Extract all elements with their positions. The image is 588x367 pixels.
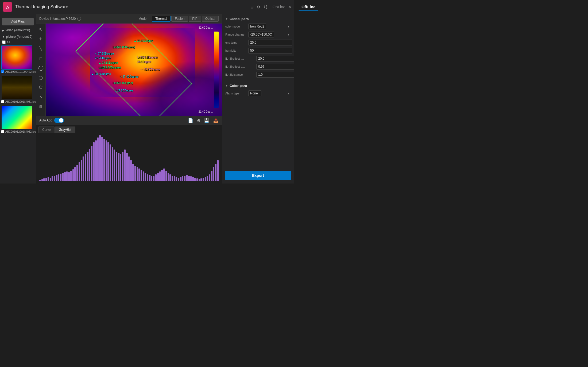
histogram-bar: [85, 154, 86, 181]
humidity-unit: %: [294, 49, 294, 52]
histogram-bar: [99, 135, 101, 181]
histogram-bar: [97, 137, 99, 181]
histogram-bar: [138, 169, 140, 181]
global-para-title: Global para: [230, 17, 249, 21]
hist-tab-curve[interactable]: Curve: [38, 127, 55, 133]
distance-input[interactable]: [256, 72, 294, 78]
histogram-bar: [72, 169, 74, 181]
thermal-canvas: ▲ 29.4CDegree Ln0(28.4CDegree) ▽ 27.5CDe…: [46, 24, 222, 116]
tool-delete[interactable]: 🗑: [37, 103, 45, 110]
annotation-1: ▽ 27.5CDegree: [95, 52, 114, 55]
histogram-bar: [54, 176, 55, 181]
tab-online[interactable]: OnLine: [270, 3, 288, 11]
histogram-bar: [81, 160, 82, 181]
histogram-bar: [87, 152, 88, 181]
list-item[interactable]: ABC19700101000422.jpeg: [1, 45, 35, 74]
list-item[interactable]: ABC20191229184952.jpeg: [1, 105, 35, 134]
histogram-bar: [122, 152, 123, 181]
tree-label-video: video (Amount:0): [6, 28, 30, 32]
select-all-checkbox[interactable]: [2, 40, 6, 44]
tool-polygon[interactable]: ⬠: [37, 83, 45, 91]
histogram-bar: [153, 176, 154, 181]
select-all-label: All: [7, 41, 10, 44]
toolbar-icon-grid[interactable]: ⊞: [250, 5, 254, 9]
auto-agc-label: Auto Agc: [39, 118, 52, 122]
mode-btn-pip[interactable]: PIP: [189, 16, 201, 22]
histogram-bar: [91, 146, 92, 181]
alarm-type-select[interactable]: None Above Below: [248, 90, 261, 96]
sidebar-item-video[interactable]: ▶ video (Amount:0): [0, 27, 36, 33]
histogram-bar: [76, 165, 78, 181]
histogram-tabs: Curve GrayHist: [36, 125, 222, 133]
param-humidity: humidity %: [222, 47, 294, 55]
file-checkbox-1: ABC19700101000422.jpeg: [1, 70, 35, 74]
histogram-bar: [159, 171, 161, 181]
tool-circle-small[interactable]: ◯: [37, 74, 45, 81]
section-divider: [222, 80, 294, 80]
histogram-bar: [192, 177, 194, 181]
image-bottom-bar: Auto Agc 📄 ⊕ 💾 📤: [36, 116, 222, 125]
list-item[interactable]: ABC20191229184951.jpeg: [1, 75, 35, 104]
tool-circle-large[interactable]: ◯: [37, 64, 45, 72]
annotation-7: ▽ 27.4CDegree: [120, 75, 138, 78]
humidity-input[interactable]: [248, 48, 292, 53]
toolbar-icon-settings[interactable]: ⚙: [257, 5, 260, 9]
color-para-arrow[interactable]: ▼: [225, 84, 228, 87]
param-label-reflect-t: [Ln3]reflect t...: [225, 57, 255, 60]
annotation-3: ▲ 29.1CDegree: [99, 61, 118, 64]
histogram-bar: [43, 178, 45, 181]
toolbar-icon-share[interactable]: ⛓: [264, 5, 267, 9]
tool-rectangle[interactable]: □: [37, 55, 45, 62]
mode-btn-thermal[interactable]: Thermal: [152, 16, 171, 22]
file-check-2[interactable]: [1, 100, 4, 103]
export-button[interactable]: Export: [225, 171, 291, 180]
env-temp-unit: D: [294, 41, 294, 44]
hist-tab-grayhist[interactable]: GrayHist: [55, 127, 75, 133]
info-icon[interactable]: i: [77, 17, 81, 21]
file-thumb-2: [1, 75, 32, 100]
action-target[interactable]: ⊕: [197, 118, 200, 123]
tool-sidebar: ↖ ✛ ╲ □ ◯ ◯ ⬠ ↖̵ 🗑: [36, 24, 46, 116]
annotation-2: 27.7CDegree: [95, 57, 111, 60]
histogram-bar: [199, 179, 200, 181]
histogram-bar: [107, 142, 109, 181]
reflect-t-input[interactable]: [256, 56, 294, 62]
histogram-bar: [211, 171, 212, 181]
histogram-chart: [36, 133, 222, 184]
action-export[interactable]: 📤: [213, 118, 219, 123]
histogram-bar: [209, 174, 210, 181]
range-change-select[interactable]: -20.0C~150.0C 0C~100C: [248, 32, 274, 37]
histogram-bar: [126, 153, 128, 181]
histogram-bar: [70, 171, 72, 181]
param-label-humidity: humidity: [225, 49, 247, 52]
tool-line[interactable]: ╲: [37, 45, 45, 52]
tool-pan[interactable]: ✛: [37, 35, 45, 43]
global-para-arrow[interactable]: ▼: [225, 17, 228, 20]
file-check-3[interactable]: [1, 130, 4, 133]
file-check-1[interactable]: [1, 70, 4, 73]
tool-deselect[interactable]: ↖̵: [37, 93, 45, 101]
tool-select[interactable]: ↖: [37, 26, 45, 33]
color-mode-select[interactable]: Iron Red2 Rainbow White Hot Black Hot: [248, 24, 266, 29]
histogram-bar: [165, 171, 167, 181]
file-checkbox-3: ABC20191229184952.jpeg: [1, 129, 35, 134]
histogram-bar: [182, 176, 184, 181]
histogram-bar: [83, 156, 84, 181]
action-save[interactable]: 💾: [204, 118, 210, 123]
histogram-bar: [180, 177, 181, 181]
sidebar-item-picture[interactable]: ▼ picture (Amount:6): [0, 33, 36, 40]
histogram-bar: [58, 174, 60, 181]
histogram-bar: [130, 160, 132, 181]
add-files-button[interactable]: Add Files: [2, 18, 34, 25]
histogram-bar: [200, 178, 202, 181]
reflect-p-input[interactable]: [256, 64, 294, 70]
mode-btn-fusion[interactable]: Fusion: [171, 16, 188, 22]
mode-label: Mode: [138, 17, 146, 21]
param-ln3-reflect-t: [Ln3]reflect t... D: [222, 55, 294, 63]
auto-agc-toggle[interactable]: [54, 118, 64, 123]
env-temp-input[interactable]: [248, 40, 292, 45]
param-env-temp: env temp D: [222, 39, 294, 47]
action-report[interactable]: 📄: [188, 118, 193, 123]
histogram-area: Curve GrayHist: [36, 125, 222, 184]
mode-btn-optical[interactable]: Optical: [202, 16, 219, 22]
